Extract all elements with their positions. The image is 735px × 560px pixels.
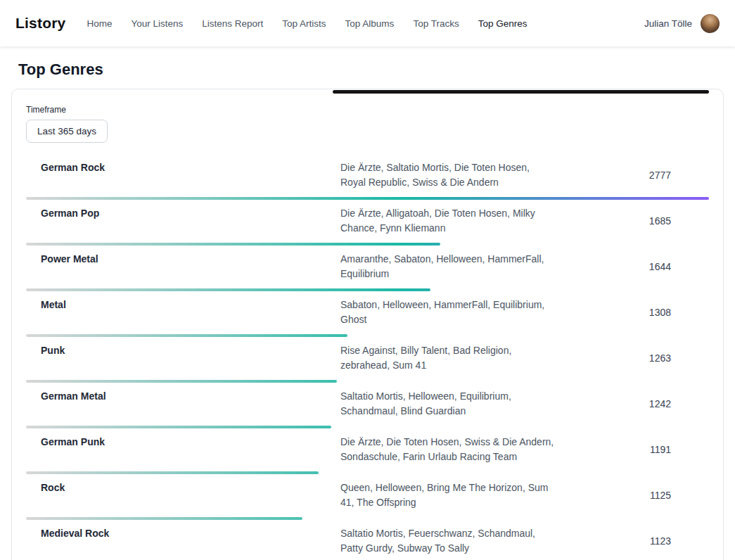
- brand-logo[interactable]: Listory: [15, 15, 65, 32]
- navbar: Listory Home Your Listens Listens Report…: [0, 0, 735, 46]
- genre-count: 1685: [564, 215, 709, 227]
- genre-name: German Punk: [26, 435, 340, 464]
- genre-artists: Amaranthe, Sabaton, Helloween, HammerFal…: [340, 252, 564, 281]
- genre-count: 2777: [564, 170, 709, 181]
- genre-row[interactable]: Metal Sabaton, Helloween, HammerFall, Eq…: [26, 291, 709, 337]
- genre-count: 1123: [564, 535, 709, 547]
- genre-artists: Die Ärzte, Alligatoah, Die Toten Hosen, …: [340, 206, 564, 236]
- genre-name: Metal: [26, 298, 340, 327]
- genre-row[interactable]: Punk Rise Against, Billy Talent, Bad Rel…: [26, 337, 709, 383]
- genre-count: 1191: [564, 444, 709, 455]
- genre-name: Medieval Rock: [26, 526, 340, 556]
- timeframe-select[interactable]: Last 365 days: [26, 120, 108, 143]
- nav-item-top-genres[interactable]: Top Genres: [478, 18, 528, 29]
- nav-user-area: Julian Tölle: [644, 14, 720, 33]
- genres-card: Timeframe Last 365 days German Rock Die …: [11, 89, 724, 560]
- genre-artists: Queen, Helloween, Bring Me The Horizon, …: [340, 481, 564, 510]
- genre-name: Rock: [26, 481, 340, 510]
- genre-count: 1644: [564, 261, 709, 272]
- timeframe-control: Timeframe Last 365 days: [26, 105, 709, 143]
- genre-row[interactable]: German Metal Saltatio Mortis, Helloween,…: [26, 383, 709, 428]
- nav-item-top-albums[interactable]: Top Albums: [345, 18, 395, 29]
- genre-artists: Sabaton, Helloween, HammerFall, Equilibr…: [340, 298, 564, 327]
- genre-name: German Rock: [26, 160, 340, 190]
- user-name: Julian Tölle: [644, 18, 692, 29]
- genre-table: German Rock Die Ärzte, Saltatio Mortis, …: [26, 154, 709, 560]
- genre-name: German Pop: [26, 206, 340, 236]
- timeframe-label: Timeframe: [26, 105, 709, 115]
- genre-row[interactable]: Rock Queen, Helloween, Bring Me The Hori…: [26, 474, 709, 520]
- genre-row[interactable]: German Rock Die Ärzte, Saltatio Mortis, …: [26, 154, 709, 200]
- genre-artists: Saltatio Mortis, Feuerschwanz, Schandmau…: [340, 526, 564, 556]
- nav-item-listens-report[interactable]: Listens Report: [202, 18, 263, 29]
- genre-name: German Metal: [26, 389, 340, 419]
- genre-artists: Rise Against, Billy Talent, Bad Religion…: [340, 343, 564, 373]
- genre-count: 1242: [564, 398, 709, 409]
- genre-name: Punk: [26, 343, 340, 373]
- genre-artists: Saltatio Mortis, Helloween, Equilibrium,…: [340, 389, 564, 419]
- genre-artists: Die Ärzte, Saltatio Mortis, Die Toten Ho…: [340, 160, 564, 190]
- genre-name: Power Metal: [26, 252, 340, 281]
- genre-artists: Die Ärzte, Die Toten Hosen, Swiss & Die …: [340, 435, 564, 464]
- nav-item-home[interactable]: Home: [87, 18, 112, 29]
- horizontal-scrollbar-thumb[interactable]: [333, 90, 709, 94]
- genre-count: 1263: [564, 352, 709, 364]
- main-content: Top Genres Timeframe Last 365 days Germa…: [0, 61, 735, 560]
- user-avatar[interactable]: [701, 14, 720, 33]
- nav-item-top-tracks[interactable]: Top Tracks: [413, 18, 459, 29]
- nav-item-top-artists[interactable]: Top Artists: [282, 18, 326, 29]
- page-title: Top Genres: [18, 61, 735, 79]
- genre-row[interactable]: Power Metal Amaranthe, Sabaton, Hellowee…: [26, 246, 709, 291]
- genre-row[interactable]: German Punk Die Ärzte, Die Toten Hosen, …: [26, 428, 709, 474]
- nav-links: Home Your Listens Listens Report Top Art…: [87, 18, 527, 29]
- genre-row[interactable]: German Pop Die Ärzte, Alligatoah, Die To…: [26, 200, 709, 246]
- nav-item-your-listens[interactable]: Your Listens: [131, 18, 183, 29]
- genre-row[interactable]: Medieval Rock Saltatio Mortis, Feuerschw…: [26, 520, 709, 560]
- genre-count: 1308: [564, 307, 709, 318]
- genre-count: 1125: [564, 490, 709, 501]
